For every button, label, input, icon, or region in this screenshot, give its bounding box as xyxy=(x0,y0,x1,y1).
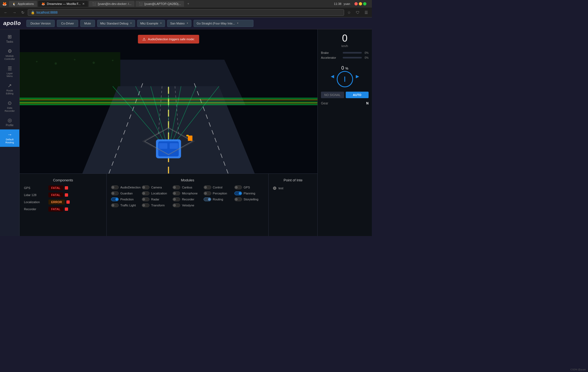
bookmark-button[interactable]: ☆ xyxy=(346,9,353,16)
default-routing-icon: → xyxy=(7,132,12,137)
sidebar-item-tasks[interactable]: ⊞ Tasks xyxy=(0,32,19,46)
steering-needle xyxy=(344,76,345,82)
sidebar-item-data-recorder[interactable]: ⊙ DataRecorder xyxy=(0,98,19,115)
map-dropdown[interactable]: San Mateo ▼ xyxy=(167,20,191,27)
poi-item[interactable]: test xyxy=(273,185,313,191)
svg-rect-2 xyxy=(20,52,120,105)
status-red-dot xyxy=(65,207,68,211)
vehicle-mode-dropdown[interactable]: Mkz Standard Debug ▼ xyxy=(97,20,135,27)
module-toggle-recorder[interactable] xyxy=(173,197,180,201)
tab-dreamview[interactable]: 🦊 Dreamview — Mozilla F... ✕ xyxy=(38,1,88,7)
svg-point-6 xyxy=(36,61,38,63)
brake-gauge: Brake 0% xyxy=(321,51,369,54)
accel-pct: 0% xyxy=(362,56,369,59)
tab-applications[interactable]: 🐧 Applications xyxy=(9,1,37,7)
layer-menu-icon: ☰ xyxy=(8,66,12,71)
sidebar-item-label: Tasks xyxy=(6,40,13,43)
module-label: Planning xyxy=(244,192,255,195)
module-toggle-transform[interactable] xyxy=(142,203,149,207)
module-item-microphone: Microphone xyxy=(173,191,202,195)
module-toggle-prediction[interactable] xyxy=(111,197,119,201)
module-label: GPS xyxy=(244,186,250,189)
svg-point-10 xyxy=(112,60,114,61)
module-toggle-control[interactable] xyxy=(204,185,211,189)
component-name: Recorder xyxy=(24,207,48,211)
forward-button[interactable]: → xyxy=(11,9,18,16)
modules-grid: AudioDetection Camera Canbus Contro xyxy=(111,185,264,207)
module-toggle-radar[interactable] xyxy=(142,197,149,201)
tab-bar: 🐧 Applications 🦊 Dreamview — Mozilla F..… xyxy=(9,1,329,7)
module-item-audio-detection: AudioDetection xyxy=(111,185,141,189)
sidebar-item-layer-menu[interactable]: ☰ LayerMenu xyxy=(0,63,19,81)
module-label: Camera xyxy=(151,186,162,189)
sidebar-item-profile[interactable]: ◎ Profile xyxy=(0,115,19,129)
apollo-logo: apollo xyxy=(3,20,21,26)
components-title: Components xyxy=(24,178,102,182)
steering-value: 0 % xyxy=(337,65,353,71)
speed-display: 0 km/h xyxy=(321,33,369,48)
steer-left-icon[interactable]: ◀ xyxy=(331,74,334,79)
module-toggle-planning[interactable] xyxy=(234,191,242,195)
module-toggle-canbus[interactable] xyxy=(173,185,180,189)
module-toggle-gps[interactable] xyxy=(234,185,242,189)
module-toggle-routing[interactable] xyxy=(204,197,211,201)
sidebar-item-label: Profile xyxy=(6,124,13,127)
module-toggle-localization[interactable] xyxy=(142,191,149,195)
svg-point-9 xyxy=(93,62,95,64)
steer-right-icon[interactable]: ▶ xyxy=(356,74,359,79)
sidebar-item-route-editing[interactable]: ↗ RouteEditing xyxy=(0,80,19,98)
scenario-dropdown[interactable]: Go Straight (Four-Way Inte... ▼ xyxy=(194,20,253,27)
module-toggle-velodyne[interactable] xyxy=(173,203,180,207)
module-toggle-storytelling[interactable] xyxy=(234,197,242,201)
browser-toolbar: ← → ↻ 🔒 localhost:8888 ☆ 🛡 ☰ xyxy=(0,8,372,17)
speed-unit: km/h xyxy=(342,44,348,48)
tab-close-icon[interactable]: ✕ xyxy=(82,2,85,6)
docker-version-button[interactable]: Docker Version xyxy=(26,20,55,27)
mute-button[interactable]: Mute xyxy=(80,20,95,27)
browser-titlebar: 🦊 🐧 Applications 🦊 Dreamview — Mozilla F… xyxy=(0,0,372,8)
tab-terminal2[interactable]: ⬛ [yuan@LAPTOP-QA2BDj... xyxy=(136,1,184,7)
component-row-localization: Localization ERROR xyxy=(24,200,102,204)
tasks-icon: ⊞ xyxy=(8,34,12,39)
module-toggle-traffic-light[interactable] xyxy=(111,203,119,207)
module-item-routing: Routing xyxy=(204,197,233,201)
module-toggle-audio-detection[interactable] xyxy=(111,185,119,189)
alert-message: AudioDetection triggers safe mode: xyxy=(148,38,195,41)
module-label: Perception xyxy=(213,192,227,195)
module-toggle-guardian[interactable] xyxy=(111,191,119,195)
sidebar-item-default-routing[interactable]: → DefaultRouting xyxy=(0,129,19,147)
auto-button[interactable]: AUTO xyxy=(346,92,369,98)
url-bar[interactable]: 🔒 localhost:8888 xyxy=(28,9,344,16)
new-tab-button[interactable]: + xyxy=(185,1,191,7)
svg-point-7 xyxy=(55,62,57,64)
module-item-traffic-light: Traffic Light xyxy=(111,203,141,207)
map-visualization[interactable]: ⚠ AudioDetection triggers safe mode: xyxy=(20,29,317,173)
no-signal-button[interactable]: NO SIGNAL xyxy=(321,92,344,98)
module-label: Storytelling xyxy=(244,198,258,201)
poi-radio-icon xyxy=(273,187,276,190)
tab-terminal1[interactable]: ⬛ [yuan@in-dev-docker: /... xyxy=(89,1,134,7)
menu-button[interactable]: ☰ xyxy=(363,9,370,16)
back-button[interactable]: ← xyxy=(2,9,9,16)
accelerator-gauge: Accelerator 0% xyxy=(321,56,369,59)
poi-item-label: test xyxy=(278,187,283,190)
brake-label: Brake xyxy=(321,51,343,54)
win-max-button[interactable] xyxy=(363,2,366,5)
brake-bar xyxy=(343,52,362,54)
svg-rect-29 xyxy=(159,143,167,149)
sidebar-item-module-controller[interactable]: ⚙ ModuleController xyxy=(0,46,19,63)
shield-button[interactable]: 🛡 xyxy=(354,9,361,16)
sidebar-item-label: LayerMenu xyxy=(7,72,13,78)
module-item-localization: Localization xyxy=(142,191,171,195)
reload-button[interactable]: ↻ xyxy=(20,9,26,16)
vehicle-type-dropdown[interactable]: Mkz Example ▼ xyxy=(137,20,165,27)
svg-rect-30 xyxy=(170,143,178,149)
status-badge-error: ERROR xyxy=(48,200,65,204)
win-min-button[interactable] xyxy=(359,2,362,5)
module-toggle-camera[interactable] xyxy=(142,185,149,189)
right-panel: 0 km/h Brake 0% Accelerator 0% ◀ xyxy=(317,29,372,236)
module-toggle-perception[interactable] xyxy=(204,191,211,195)
win-close-button[interactable] xyxy=(354,2,358,5)
co-driver-button[interactable]: Co-Driver xyxy=(57,20,78,27)
module-toggle-microphone[interactable] xyxy=(173,191,180,195)
